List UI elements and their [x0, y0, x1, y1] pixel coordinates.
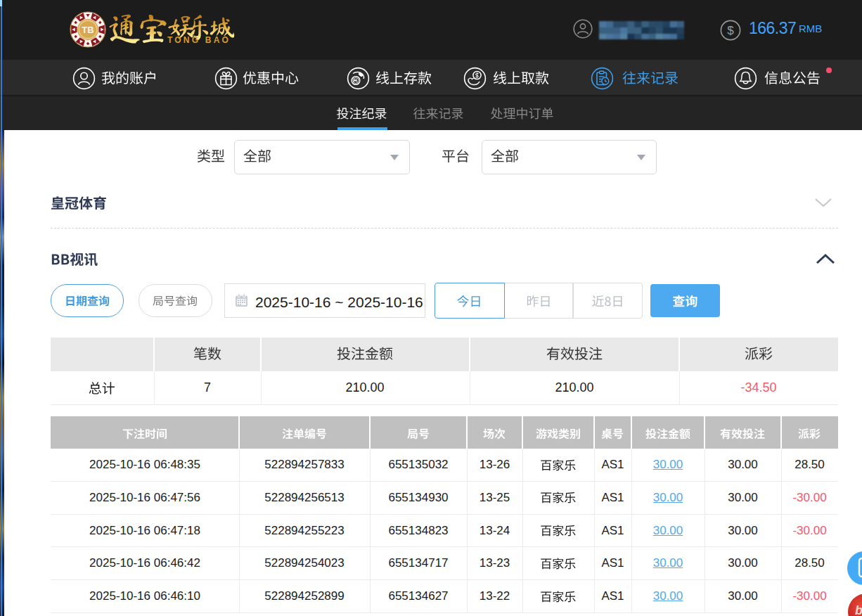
svg-text:$: $: [727, 24, 734, 37]
svg-text:b: b: [855, 603, 862, 616]
svg-text:TB: TB: [82, 25, 94, 35]
